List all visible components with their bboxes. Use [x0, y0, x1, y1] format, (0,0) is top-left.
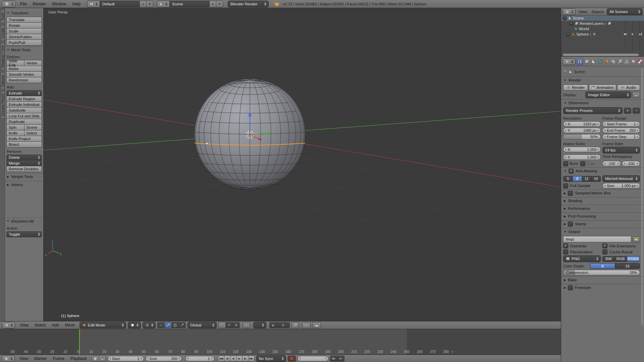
start-frame-field[interactable]: Start:1 [108, 356, 144, 361]
active-vertex[interactable] [206, 143, 208, 144]
tool-button-knife[interactable]: Knife [6, 130, 24, 136]
render-presets-dropdown[interactable]: Render Presets [563, 107, 623, 114]
remap-new-field[interactable]: :100 [622, 161, 640, 166]
aa-filter-dropdown[interactable]: Mitchell-Netravali [602, 175, 640, 182]
render-toggle[interactable] [639, 32, 643, 36]
history-panel-header[interactable]: ▶History:::: [5, 181, 43, 188]
antialiasing-panel-header[interactable]: ▼Anti-Aliasing:::: [561, 167, 644, 174]
tool-button-duplicate[interactable]: Duplicate [6, 119, 42, 125]
shading-panel-header[interactable]: ▶Shading:::: [561, 197, 644, 204]
play-reverse-button[interactable]: ◀ [230, 356, 236, 361]
shelf-tab[interactable]: Create [0, 25, 5, 41]
overwrite-checkbox[interactable] [563, 243, 568, 248]
mesh-tools-panel-header[interactable]: ▼Mesh Tools:::: [5, 46, 43, 53]
scene-browse-button[interactable] [157, 1, 170, 7]
outliner-row-scene[interactable]: − Scene [561, 15, 644, 21]
tool-button-remove-doubles[interactable]: Remove Doubles [6, 166, 42, 172]
timeline-area[interactable]: -50-40-30-20-100102030405060708090100110… [0, 329, 561, 355]
file-extensions-checkbox[interactable] [602, 243, 607, 248]
collapse-icon[interactable]: − [562, 16, 567, 20]
panel-drag-dots[interactable]: :::: [38, 220, 42, 223]
proportional-edit-dropdown[interactable] [253, 322, 266, 328]
render-panel-header[interactable]: ▼Render:::: [561, 76, 644, 83]
placeholders-checkbox[interactable] [563, 249, 568, 254]
outliner-filter-dropdown[interactable]: All Scenes [607, 8, 643, 15]
resolution-x-field[interactable]: X:1920 px [563, 121, 601, 127]
weight-tools-panel-header[interactable]: ▶Weight Tools:::: [5, 173, 43, 180]
tool-button-extrude-region[interactable]: Extrude Region [6, 96, 42, 102]
use-preview-range-button[interactable] [92, 356, 99, 362]
smb-checkbox[interactable] [568, 191, 573, 196]
outliner-scrollbar[interactable] [563, 54, 639, 56]
viewport-canvas[interactable]: z y x [44, 8, 561, 321]
jump-to-end-button[interactable]: ▶▶| [248, 356, 255, 361]
render-still-button[interactable]: Render [563, 84, 588, 90]
output-panel-header[interactable]: ▼Output:::: [561, 228, 644, 235]
transform-orientation-dropdown[interactable]: Global [187, 322, 217, 328]
menu-item[interactable]: Frame [50, 356, 67, 361]
scene-name-field[interactable]: Scene [169, 1, 210, 7]
deselect-all-panel-header[interactable]: ▼(De)select All:::: [5, 218, 43, 224]
tool-button-bisect[interactable]: Bisect [6, 141, 42, 147]
tab-render-layers[interactable] [584, 58, 590, 65]
render-animation-button[interactable]: Animation [589, 84, 616, 90]
tab-object-data[interactable] [624, 58, 630, 65]
tab-scene[interactable] [591, 58, 596, 65]
aa-samples-11[interactable]: 11 [582, 176, 592, 182]
tool-button-spin[interactable]: Spin [6, 124, 24, 130]
outliner-row-renderlayers[interactable]: + RenderLayers | [561, 21, 644, 26]
opengl-render-button[interactable] [302, 322, 311, 328]
info-editor-type-button[interactable] [2, 1, 16, 7]
pivot-point-dropdown[interactable] [143, 322, 156, 328]
stamp-panel-header[interactable]: ▶Stamp:::: [561, 220, 644, 227]
cache-result-checkbox[interactable] [602, 249, 607, 254]
freestyle-panel-header[interactable]: ▶Freestyle:::: [561, 284, 644, 291]
transform-panel-header[interactable]: ▼Transform:::: [5, 10, 43, 16]
view3d-editor-type-button[interactable] [2, 322, 15, 328]
tab-render[interactable] [577, 58, 583, 65]
file-format-dropdown[interactable]: PNG [563, 255, 601, 262]
select-action-dropdown[interactable]: Toggle [6, 231, 42, 237]
tab-constraints[interactable] [611, 58, 616, 65]
timeline-editor-type-button[interactable] [2, 355, 15, 362]
shelf-tab[interactable]: Grease Pencil [0, 91, 5, 119]
scene-delete-button[interactable]: ✕ [216, 1, 223, 7]
compression-slider[interactable]: Compression:15% [563, 270, 640, 275]
play-button[interactable]: ▶ [236, 356, 243, 361]
scale-manipulator-button[interactable] [178, 322, 186, 328]
sync-mode-dropdown[interactable]: No Sync [256, 355, 286, 362]
end-frame-field[interactable]: End:250 [146, 356, 182, 361]
tab-object[interactable] [604, 58, 609, 65]
sampled-motion-blur-panel-header[interactable]: ▶Sampled Motion Blur:::: [561, 189, 644, 196]
bake-panel-header[interactable]: ▶Bake:::: [561, 276, 644, 283]
panel-drag-dots[interactable]: :::: [38, 11, 42, 15]
post-processing-panel-header[interactable]: ▶Post Processing:::: [561, 213, 644, 220]
performance-panel-header[interactable]: ▶Performance:::: [561, 205, 644, 212]
menu-item[interactable]: Help [69, 2, 84, 6]
antialiasing-checkbox[interactable] [569, 169, 574, 174]
jump-to-start-button[interactable]: |◀◀ [218, 356, 224, 361]
shelf-tab[interactable]: Shading / UVs [0, 43, 5, 70]
viewport-shading-dropdown[interactable] [128, 322, 141, 328]
tab-material[interactable] [631, 58, 636, 65]
keying-set-field[interactable] [298, 356, 328, 361]
menu-item[interactable]: View [17, 323, 32, 327]
tool-button-screw[interactable]: Screw [24, 124, 42, 130]
start-frame-field[interactable]: Start Frame:1 [602, 121, 640, 127]
aspect-y-field[interactable]: Y:1.000 [563, 155, 601, 160]
remap-old-field[interactable]: :100 [602, 161, 621, 166]
menu-item[interactable]: Mesh [62, 323, 78, 327]
tab-world[interactable] [597, 58, 603, 65]
extrude-dropdown[interactable]: Extrude [6, 90, 42, 96]
panel-drag-dots[interactable]: :::: [37, 183, 41, 186]
tab-modifiers[interactable] [618, 58, 623, 65]
border-checkbox[interactable] [563, 161, 568, 166]
frame-step-field[interactable]: Frame Step:1 [602, 134, 640, 139]
tool-button-loop-cut[interactable]: Loop Cut and Slide [6, 113, 42, 119]
jump-next-keyframe-button[interactable]: ▶| [242, 356, 249, 361]
preset-remove-button[interactable]: − [633, 108, 640, 114]
resolution-y-field[interactable]: Y:1080 px [563, 128, 601, 133]
menu-item[interactable]: File [17, 2, 30, 6]
layout-browse-button[interactable] [87, 1, 100, 7]
channel-rgba-button[interactable]: RGBA [627, 256, 640, 262]
